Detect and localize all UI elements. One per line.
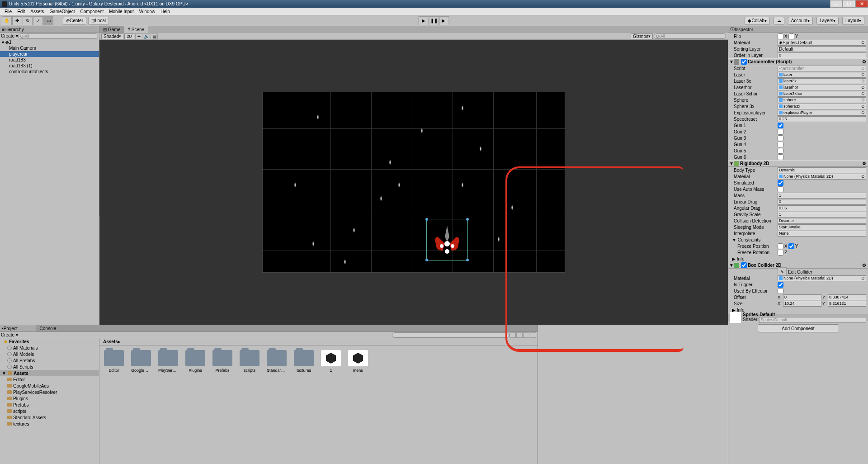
folder-item[interactable]: textures xyxy=(0,421,99,427)
material-preview-row[interactable]: Sprites-Default ShaderSprites/Default xyxy=(728,314,868,321)
prop-field[interactable]: None (Physics Material 2D) xyxy=(778,174,866,180)
gear-icon[interactable]: ⚙ xyxy=(862,59,867,64)
project-create-button[interactable]: Create ▾ xyxy=(1,332,18,337)
size-y-field[interactable]: 9.216121 xyxy=(828,301,866,307)
game-tab[interactable]: ⊞ Game xyxy=(99,26,124,33)
prop-field[interactable]: sphere3x xyxy=(778,104,866,109)
hierarchy-tab[interactable]: ≡ Hierarchy xyxy=(0,26,99,33)
menu-component[interactable]: Component xyxy=(78,9,107,14)
playercar-sprite[interactable] xyxy=(429,223,465,256)
prop-field[interactable]: 1 xyxy=(778,212,866,218)
hierarchy-search-input[interactable] xyxy=(18,33,98,39)
prop-checkbox[interactable] xyxy=(778,282,783,288)
prop-field[interactable]: None xyxy=(778,231,866,237)
rotate-tool-button[interactable]: ↻ xyxy=(23,16,33,25)
asset-item[interactable]: textures xyxy=(294,350,314,373)
scale-tool-button[interactable]: ⤢ xyxy=(33,16,43,25)
play-button[interactable]: ▶ xyxy=(419,16,429,25)
inspector-tab[interactable]: ⓘ Inspector xyxy=(728,26,868,33)
hierarchy-item[interactable]: road183 (1) xyxy=(0,63,99,69)
menu-gameobject[interactable]: GameObject xyxy=(47,9,77,14)
prop-checkbox[interactable] xyxy=(778,129,783,135)
prop-field[interactable]: Start Awake xyxy=(778,224,866,230)
asset-item[interactable]: PlayServic... xyxy=(158,350,178,373)
console-tab[interactable]: ▫ Console xyxy=(36,325,538,332)
collab-button[interactable]: ◆ Collab ▾ xyxy=(745,17,769,25)
asset-item[interactable]: Prefabs xyxy=(212,350,232,373)
carcontroller-header[interactable]: ▼Carconroller (Script)⚙ xyxy=(728,58,868,65)
selection-box[interactable] xyxy=(426,219,468,260)
filter-button[interactable] xyxy=(509,332,516,338)
prop-checkbox[interactable] xyxy=(778,288,783,294)
asset-item[interactable]: Editor xyxy=(104,350,124,373)
menu-assets[interactable]: Assets xyxy=(28,9,47,14)
prop-field[interactable]: Discrete xyxy=(778,218,866,224)
folder-item[interactable]: scripts xyxy=(0,408,99,414)
asset-item[interactable]: Plugins xyxy=(185,350,205,373)
2d-toggle[interactable]: 2D xyxy=(124,33,134,39)
folder-item[interactable]: Editor xyxy=(0,376,99,383)
minimize-button[interactable]: ─ xyxy=(830,0,843,8)
asset-item[interactable]: 1 xyxy=(321,350,341,373)
assets-breadcrumb[interactable]: Assets ▸ xyxy=(99,338,538,346)
prop-field[interactable]: laser3x xyxy=(778,78,866,84)
shading-mode-dropdown[interactable]: Shaded ▾ xyxy=(101,33,123,39)
material-field[interactable]: ◉ Sprites-Default xyxy=(778,40,866,46)
account-dropdown[interactable]: Account ▾ xyxy=(788,17,813,25)
favorite-item[interactable]: All Scripts xyxy=(0,364,99,370)
lighting-toggle[interactable]: ☀ xyxy=(135,33,142,39)
favorites-header[interactable]: ★ Favorites xyxy=(0,338,99,345)
cloud-button[interactable]: ☁ xyxy=(774,17,784,25)
shader-dropdown[interactable]: Sprites/Default xyxy=(759,317,866,323)
layers-dropdown[interactable]: Layers ▾ xyxy=(816,17,839,25)
close-button[interactable]: ✕ xyxy=(855,0,868,8)
prop-field[interactable]: sphere xyxy=(778,97,866,103)
favorite-item[interactable]: All Models xyxy=(0,351,99,357)
favorite-item[interactable]: All Materials xyxy=(0,345,99,351)
prop-field[interactable]: laserhor xyxy=(778,85,866,90)
order-field[interactable]: 0 xyxy=(778,52,866,58)
scene-search-input[interactable] xyxy=(654,33,726,39)
scene-viewport[interactable] xyxy=(99,40,728,325)
favorite-item[interactable]: All Prefabs xyxy=(0,357,99,364)
save-filter-button[interactable] xyxy=(530,332,536,338)
prop-field[interactable]: None (Physics Material 2D) xyxy=(778,275,866,281)
flip-y-checkbox[interactable] xyxy=(788,33,794,39)
prop-checkbox[interactable] xyxy=(778,135,783,141)
rigidbody-header[interactable]: ▼Rigidbody 2D⚙ xyxy=(728,160,868,167)
freeze-rot-z-checkbox[interactable] xyxy=(778,250,783,256)
hierarchy-item[interactable]: controlcountobjects xyxy=(0,69,99,75)
boxcollider-enable-checkbox[interactable] xyxy=(741,262,747,268)
filter-button-2[interactable] xyxy=(516,332,523,338)
add-component-button[interactable]: Add Component xyxy=(758,324,839,332)
prop-field[interactable]: 0.25 xyxy=(778,116,866,122)
gizmos-dropdown[interactable]: Gizmos ▾ xyxy=(631,33,653,39)
hierarchy-create-button[interactable]: Create ▾ xyxy=(1,33,18,38)
prop-checkbox[interactable] xyxy=(778,154,783,160)
hierarchy-item[interactable]: playercar xyxy=(0,51,99,57)
asset-item[interactable]: GoogleMobi... xyxy=(131,350,151,373)
audio-toggle[interactable]: 🔊 xyxy=(143,33,150,39)
assets-root[interactable]: ▼ Assets xyxy=(0,370,99,376)
menu-file[interactable]: File xyxy=(2,9,14,14)
project-search-input[interactable] xyxy=(392,332,509,338)
fx-toggle[interactable]: ▤ xyxy=(151,33,158,39)
hierarchy-item[interactable]: road183 xyxy=(0,57,99,63)
pivot-local-button[interactable]: ⊡ Local xyxy=(88,17,109,25)
step-button[interactable]: ▶| xyxy=(439,16,449,25)
sorting-layer-dropdown[interactable]: Default xyxy=(778,46,866,52)
rect-tool-button[interactable]: ▭ xyxy=(43,16,53,25)
prop-checkbox[interactable] xyxy=(778,180,783,186)
prop-checkbox[interactable] xyxy=(778,123,783,128)
prop-field[interactable]: explosionPlayer xyxy=(778,110,866,116)
prop-field[interactable]: 0.05 xyxy=(778,205,866,211)
filter-button-3[interactable] xyxy=(523,332,529,338)
asset-item[interactable]: Standard A... xyxy=(267,350,287,373)
hand-tool-button[interactable]: ✋ xyxy=(2,16,12,25)
asset-item[interactable]: scripts xyxy=(240,350,259,373)
folder-item[interactable]: Prefabs xyxy=(0,402,99,408)
freeze-pos-y-checkbox[interactable] xyxy=(788,243,794,249)
folder-item[interactable]: Plugins xyxy=(0,395,99,402)
menu-edit[interactable]: Edit xyxy=(14,9,28,14)
maximize-button[interactable]: ☐ xyxy=(843,0,855,8)
